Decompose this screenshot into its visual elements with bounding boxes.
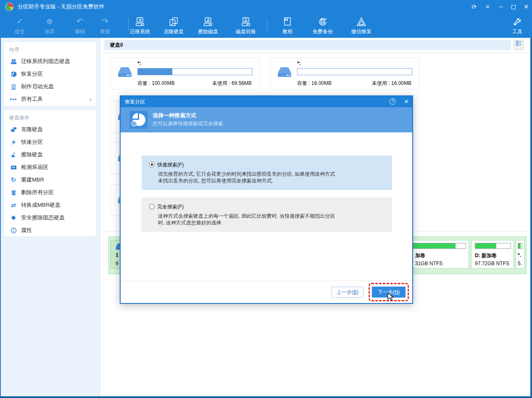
free-backup-icon bbox=[308, 15, 337, 28]
back-button[interactable]: 上一步(B) bbox=[332, 287, 363, 298]
sidebar-item-properties[interactable]: 属性 bbox=[4, 224, 96, 237]
radio-full-search[interactable] bbox=[149, 204, 155, 209]
option-fast-search[interactable]: 快速搜索(F) 优先推荐的方式, 它只会花更少的时间来找出那些丢失的分区. 如果… bbox=[142, 156, 392, 190]
bootable-media-icon bbox=[9, 80, 18, 93]
usage-bar bbox=[137, 68, 253, 75]
disk-map-block-2[interactable]: D: 新加卷 97.72GB NTFS bbox=[471, 240, 514, 269]
sidebar-item-check-bad-sectors[interactable]: 检测坏扇区 bbox=[4, 161, 96, 174]
toolbar-tools-button[interactable]: 工具 bbox=[505, 15, 529, 37]
dialog-title-bar: 恢复分区 bbox=[121, 96, 412, 107]
partition-icon bbox=[277, 66, 292, 79]
wizard-section: 向导 迁移系统到固态硬盘 恢复分区 制作启动光盘 ••• 所有工具 › bbox=[4, 42, 96, 106]
toolbar-tutorial-button[interactable]: 教程 bbox=[273, 15, 302, 37]
toolbar-disk-convert-button[interactable]: 磁盘转换 bbox=[231, 15, 261, 37]
toolbar-free-backup-button[interactable]: 免费备份 bbox=[308, 15, 337, 37]
toolbar-migrate-system-button[interactable]: 迁移系统 bbox=[125, 15, 155, 37]
window-frame bbox=[530, 38, 532, 398]
convert-arrows-icon: ⇄ bbox=[9, 199, 18, 211]
partition-card-2[interactable]: *: 容量 : 16.00MB 未使用 : 16.00MB bbox=[270, 58, 419, 90]
commit-icon: ✓ bbox=[5, 15, 34, 28]
unused-text: 未使用 : 69.56MB bbox=[212, 80, 252, 87]
sidebar-item-wipe-disk[interactable]: 擦除硬盘 bbox=[4, 148, 96, 161]
toolbar-commit-button[interactable]: ✓ 提交 bbox=[5, 15, 34, 37]
minimize-button[interactable]: ─ bbox=[495, 0, 507, 13]
full-search-label: 完全搜索(F) bbox=[157, 203, 184, 211]
capacity-text: 容量 : 100.00MB bbox=[137, 80, 175, 87]
sidebar-item-rebuild-mbr[interactable]: ↻ 重建MBR bbox=[4, 174, 96, 186]
disk0-header: 硬盘0 bbox=[104, 40, 511, 50]
chevron-right-icon: › bbox=[90, 93, 92, 105]
usage-fill bbox=[138, 69, 172, 75]
dialog-close-button[interactable]: ✕ bbox=[401, 96, 411, 107]
partition-label: *: bbox=[137, 61, 141, 66]
bad-sector-icon bbox=[9, 161, 18, 174]
block-size-fragment: 9 bbox=[116, 261, 119, 266]
sidebar-item-quick-partition[interactable]: 快速分区 bbox=[4, 136, 96, 148]
toolbar-discard-button[interactable]: ⊗ 放弃 bbox=[35, 15, 64, 37]
disk-operations-title: 硬盘操作 bbox=[4, 110, 96, 123]
option-full-search[interactable]: 完全搜索(F) 这种方式会搜索硬盘上的每一个扇区, 因此它比较费时. 当快速搜索… bbox=[142, 198, 392, 232]
app-window: 分区助手专业版 - 无损分区免费软件 ⟳ ≡ ─ ✕ ✓ 提交 ⊗ 放弃 ↶ 撤… bbox=[0, 0, 532, 398]
fast-search-label: 快速搜索(F) bbox=[157, 161, 184, 169]
full-search-desc: 时, 这种方式是您最好的选择. bbox=[158, 219, 223, 227]
clone-disk-icon bbox=[159, 15, 188, 28]
fast-search-desc: 优先推荐的方式, 它只会花更少的时间来找出那些丢失的分区. 如果使用这种方式 bbox=[158, 171, 335, 178]
menu-icon[interactable]: ≡ bbox=[482, 0, 493, 13]
usage-fill bbox=[518, 243, 521, 248]
wizard-section-title: 向导 bbox=[4, 42, 96, 55]
partition-card-1[interactable]: *: 容量 : 100.00MB 未使用 : 69.56MB bbox=[110, 58, 260, 90]
sidebar-item-make-bootable-media[interactable]: 制作启动光盘 bbox=[4, 80, 96, 93]
window-title: 分区助手专业版 - 无损分区免费软件 bbox=[18, 0, 105, 13]
sidebar-item-migrate-os-to-ssd[interactable]: 迁移系统到固态硬盘 bbox=[4, 55, 96, 68]
toolbar-separator bbox=[267, 18, 267, 31]
toolbar-redo-button[interactable]: ↷ 重做 bbox=[90, 15, 120, 37]
view-toggle-button[interactable] bbox=[514, 40, 524, 50]
close-button[interactable]: ✕ bbox=[520, 0, 532, 13]
toolbar-clone-disk-button[interactable]: 克隆硬盘 bbox=[159, 15, 188, 37]
block-label-fragment: 1 bbox=[116, 252, 119, 258]
maximize-button[interactable] bbox=[508, 0, 519, 13]
trash-icon bbox=[9, 186, 18, 199]
toolbar: ✓ 提交 ⊗ 放弃 ↶ 撤销 ↷ 重做 迁移系统 克隆硬盘 bbox=[0, 13, 532, 38]
window-frame bbox=[0, 38, 1, 398]
maximize-icon bbox=[511, 5, 516, 9]
migrate-system-icon bbox=[125, 15, 155, 28]
sidebar-item-secure-erase-ssd[interactable]: 安全擦除固态硬盘 bbox=[4, 211, 96, 224]
info-icon bbox=[9, 224, 18, 237]
recover-partition-icon bbox=[9, 68, 18, 80]
block-label: 加卷 bbox=[415, 252, 425, 259]
list-view-icon bbox=[516, 42, 521, 47]
refresh-icon[interactable]: ⟳ bbox=[468, 0, 480, 13]
capacity-text: 容量 : 16.00MB bbox=[297, 80, 332, 87]
disk-map-block-3[interactable]: *. 5. bbox=[516, 240, 524, 269]
sidebar-item-all-tools[interactable]: ••• 所有工具 › bbox=[4, 93, 96, 105]
dialog-banner: 选择一种搜索方式 您可以选择快速搜索或完全搜索. bbox=[121, 107, 412, 132]
usage-bar bbox=[518, 243, 522, 249]
clone-disk-small-icon bbox=[9, 123, 18, 136]
sidebar-item-delete-all-partitions[interactable]: 删除所有分区 bbox=[4, 186, 96, 199]
toolbar-wipe-disk-button[interactable]: 擦除磁盘 bbox=[193, 15, 223, 37]
all-tools-icon: ••• bbox=[9, 93, 18, 105]
disk-convert-icon bbox=[231, 15, 261, 28]
usage-bar bbox=[297, 68, 412, 75]
disk-operations-section: 硬盘操作 克隆硬盘 快速分区 擦除硬盘 检测坏扇区 ↻ 重建MBR bbox=[4, 110, 96, 236]
toolbar-wechat-recovery-button[interactable]: 微信恢复 bbox=[347, 15, 376, 37]
mouse-cursor bbox=[387, 293, 396, 303]
title-bar: 分区助手专业版 - 无损分区免费软件 ⟳ ≡ ─ ✕ bbox=[0, 0, 532, 13]
rebuild-mbr-icon: ↻ bbox=[9, 174, 18, 186]
sidebar-item-recover-partition[interactable]: 恢复分区 bbox=[4, 68, 96, 80]
usage-bar bbox=[475, 243, 511, 249]
lightning-icon bbox=[9, 136, 18, 148]
block-label: D: 新加卷 bbox=[475, 252, 497, 259]
migrate-ssd-icon bbox=[9, 55, 18, 68]
redo-icon: ↷ bbox=[90, 15, 120, 28]
sidebar-item-convert-to-mbr[interactable]: ⇄ 转换成MBR硬盘 bbox=[4, 199, 96, 211]
block-size: 5. bbox=[518, 261, 522, 266]
recover-partition-icon bbox=[130, 111, 147, 129]
sidebar-item-clone-disk[interactable]: 克隆硬盘 bbox=[4, 123, 96, 136]
tutorial-icon bbox=[273, 15, 302, 28]
help-icon[interactable]: ? bbox=[390, 98, 396, 105]
radio-fast-search[interactable] bbox=[149, 162, 155, 167]
block-size: 97.72GB NTFS bbox=[475, 261, 509, 266]
recover-partition-dialog: 恢复分区 ? ✕ 选择一种搜索方式 您可以选择快速搜索或完全搜索. 快速搜索(F… bbox=[120, 95, 413, 304]
